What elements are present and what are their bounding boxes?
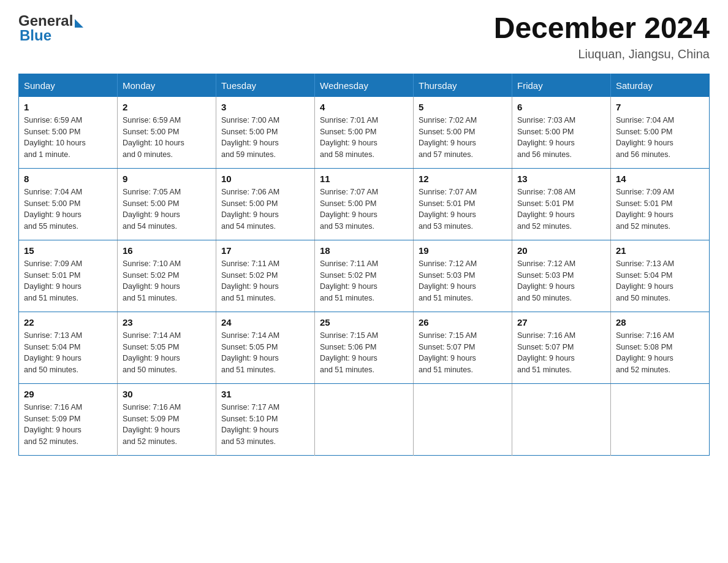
day-number: 1 bbox=[24, 102, 112, 112]
day-number: 11 bbox=[320, 174, 408, 184]
calendar-header-row: SundayMondayTuesdayWednesdayThursdayFrid… bbox=[19, 74, 710, 97]
day-number: 26 bbox=[419, 317, 507, 327]
day-number: 12 bbox=[419, 174, 507, 184]
calendar-cell: 28Sunrise: 7:16 AMSunset: 5:08 PMDayligh… bbox=[611, 312, 710, 383]
logo-triangle-icon bbox=[75, 19, 83, 28]
day-info: Sunrise: 7:13 AMSunset: 5:04 PMDaylight:… bbox=[616, 258, 704, 304]
calendar-day-header: Thursday bbox=[414, 74, 512, 97]
calendar-cell: 15Sunrise: 7:09 AMSunset: 5:01 PMDayligh… bbox=[19, 240, 118, 312]
calendar-cell: 16Sunrise: 7:10 AMSunset: 5:02 PMDayligh… bbox=[118, 240, 216, 312]
calendar-day-header: Monday bbox=[118, 74, 216, 97]
calendar-week-row: 15Sunrise: 7:09 AMSunset: 5:01 PMDayligh… bbox=[19, 240, 710, 312]
calendar-cell: 12Sunrise: 7:07 AMSunset: 5:01 PMDayligh… bbox=[414, 168, 512, 240]
day-number: 14 bbox=[616, 174, 704, 184]
calendar-cell bbox=[512, 383, 611, 455]
day-info: Sunrise: 7:03 AMSunset: 5:00 PMDaylight:… bbox=[517, 115, 605, 161]
day-info: Sunrise: 7:04 AMSunset: 5:00 PMDaylight:… bbox=[616, 115, 704, 161]
page-header: General Blue December 2024 Liuquan, Jian… bbox=[18, 12, 710, 61]
calendar-cell: 31Sunrise: 7:17 AMSunset: 5:10 PMDayligh… bbox=[216, 383, 315, 455]
day-number: 10 bbox=[221, 174, 309, 184]
calendar-cell: 19Sunrise: 7:12 AMSunset: 5:03 PMDayligh… bbox=[414, 240, 512, 312]
day-info: Sunrise: 7:01 AMSunset: 5:00 PMDaylight:… bbox=[320, 115, 408, 161]
day-info: Sunrise: 7:11 AMSunset: 5:02 PMDaylight:… bbox=[320, 258, 408, 304]
day-number: 23 bbox=[123, 317, 211, 327]
calendar-cell: 29Sunrise: 7:16 AMSunset: 5:09 PMDayligh… bbox=[19, 383, 118, 455]
day-info: Sunrise: 7:12 AMSunset: 5:03 PMDaylight:… bbox=[419, 258, 507, 304]
day-number: 18 bbox=[320, 245, 408, 256]
calendar-day-header: Tuesday bbox=[216, 74, 315, 97]
calendar-cell: 24Sunrise: 7:14 AMSunset: 5:05 PMDayligh… bbox=[216, 312, 315, 383]
calendar-cell: 10Sunrise: 7:06 AMSunset: 5:00 PMDayligh… bbox=[216, 168, 315, 240]
calendar-cell: 25Sunrise: 7:15 AMSunset: 5:06 PMDayligh… bbox=[315, 312, 414, 383]
calendar-day-header: Sunday bbox=[19, 74, 118, 97]
calendar-day-header: Friday bbox=[512, 74, 611, 97]
calendar-cell: 6Sunrise: 7:03 AMSunset: 5:00 PMDaylight… bbox=[512, 97, 611, 169]
day-info: Sunrise: 7:16 AMSunset: 5:09 PMDaylight:… bbox=[123, 402, 211, 448]
day-number: 16 bbox=[123, 245, 211, 256]
calendar-cell: 22Sunrise: 7:13 AMSunset: 5:04 PMDayligh… bbox=[19, 312, 118, 383]
calendar-cell: 27Sunrise: 7:16 AMSunset: 5:07 PMDayligh… bbox=[512, 312, 611, 383]
day-info: Sunrise: 7:04 AMSunset: 5:00 PMDaylight:… bbox=[24, 186, 112, 232]
day-number: 4 bbox=[320, 102, 408, 112]
day-number: 13 bbox=[517, 174, 605, 184]
calendar-cell: 17Sunrise: 7:11 AMSunset: 5:02 PMDayligh… bbox=[216, 240, 315, 312]
logo-blue-text: Blue bbox=[18, 27, 51, 44]
day-info: Sunrise: 7:00 AMSunset: 5:00 PMDaylight:… bbox=[221, 115, 309, 161]
calendar-cell: 1Sunrise: 6:59 AMSunset: 5:00 PMDaylight… bbox=[19, 97, 118, 169]
day-info: Sunrise: 7:10 AMSunset: 5:02 PMDaylight:… bbox=[123, 258, 211, 304]
day-number: 9 bbox=[123, 174, 211, 184]
day-info: Sunrise: 7:09 AMSunset: 5:01 PMDaylight:… bbox=[24, 258, 112, 304]
day-info: Sunrise: 7:13 AMSunset: 5:04 PMDaylight:… bbox=[24, 330, 112, 376]
day-info: Sunrise: 7:14 AMSunset: 5:05 PMDaylight:… bbox=[221, 330, 309, 376]
day-info: Sunrise: 7:06 AMSunset: 5:00 PMDaylight:… bbox=[221, 186, 309, 232]
day-number: 30 bbox=[123, 389, 211, 399]
calendar-cell: 21Sunrise: 7:13 AMSunset: 5:04 PMDayligh… bbox=[611, 240, 710, 312]
day-number: 28 bbox=[616, 317, 704, 327]
day-number: 29 bbox=[24, 389, 112, 399]
calendar-week-row: 8Sunrise: 7:04 AMSunset: 5:00 PMDaylight… bbox=[19, 168, 710, 240]
day-info: Sunrise: 7:08 AMSunset: 5:01 PMDaylight:… bbox=[517, 186, 605, 232]
calendar-cell bbox=[611, 383, 710, 455]
calendar-cell: 9Sunrise: 7:05 AMSunset: 5:00 PMDaylight… bbox=[118, 168, 216, 240]
day-number: 6 bbox=[517, 102, 605, 112]
day-info: Sunrise: 7:02 AMSunset: 5:00 PMDaylight:… bbox=[419, 115, 507, 161]
day-number: 20 bbox=[517, 245, 605, 256]
calendar-cell: 30Sunrise: 7:16 AMSunset: 5:09 PMDayligh… bbox=[118, 383, 216, 455]
day-number: 19 bbox=[419, 245, 507, 256]
calendar-cell: 2Sunrise: 6:59 AMSunset: 5:00 PMDaylight… bbox=[118, 97, 216, 169]
day-info: Sunrise: 7:11 AMSunset: 5:02 PMDaylight:… bbox=[221, 258, 309, 304]
day-number: 25 bbox=[320, 317, 408, 327]
day-info: Sunrise: 7:09 AMSunset: 5:01 PMDaylight:… bbox=[616, 186, 704, 232]
calendar-cell: 3Sunrise: 7:00 AMSunset: 5:00 PMDaylight… bbox=[216, 97, 315, 169]
day-number: 5 bbox=[419, 102, 507, 112]
title-section: December 2024 Liuquan, Jiangsu, China bbox=[494, 12, 710, 61]
day-number: 21 bbox=[616, 245, 704, 256]
calendar-week-row: 29Sunrise: 7:16 AMSunset: 5:09 PMDayligh… bbox=[19, 383, 710, 455]
calendar-cell: 11Sunrise: 7:07 AMSunset: 5:00 PMDayligh… bbox=[315, 168, 414, 240]
calendar-cell: 13Sunrise: 7:08 AMSunset: 5:01 PMDayligh… bbox=[512, 168, 611, 240]
location-subtitle: Liuquan, Jiangsu, China bbox=[494, 47, 710, 61]
month-title: December 2024 bbox=[494, 12, 710, 45]
calendar-cell bbox=[315, 383, 414, 455]
calendar-cell bbox=[414, 383, 512, 455]
day-info: Sunrise: 7:07 AMSunset: 5:01 PMDaylight:… bbox=[419, 186, 507, 232]
day-number: 24 bbox=[221, 317, 309, 327]
day-info: Sunrise: 7:05 AMSunset: 5:00 PMDaylight:… bbox=[123, 186, 211, 232]
day-info: Sunrise: 7:16 AMSunset: 5:09 PMDaylight:… bbox=[24, 402, 112, 448]
day-info: Sunrise: 7:16 AMSunset: 5:07 PMDaylight:… bbox=[517, 330, 605, 376]
calendar-week-row: 1Sunrise: 6:59 AMSunset: 5:00 PMDaylight… bbox=[19, 97, 710, 169]
day-number: 17 bbox=[221, 245, 309, 256]
calendar-cell: 5Sunrise: 7:02 AMSunset: 5:00 PMDaylight… bbox=[414, 97, 512, 169]
day-number: 3 bbox=[221, 102, 309, 112]
calendar-cell: 4Sunrise: 7:01 AMSunset: 5:00 PMDaylight… bbox=[315, 97, 414, 169]
day-number: 31 bbox=[221, 389, 309, 399]
calendar-cell: 7Sunrise: 7:04 AMSunset: 5:00 PMDaylight… bbox=[611, 97, 710, 169]
day-info: Sunrise: 7:07 AMSunset: 5:00 PMDaylight:… bbox=[320, 186, 408, 232]
day-info: Sunrise: 6:59 AMSunset: 5:00 PMDaylight:… bbox=[123, 115, 211, 161]
calendar-cell: 20Sunrise: 7:12 AMSunset: 5:03 PMDayligh… bbox=[512, 240, 611, 312]
day-info: Sunrise: 7:16 AMSunset: 5:08 PMDaylight:… bbox=[616, 330, 704, 376]
calendar-table: SundayMondayTuesdayWednesdayThursdayFrid… bbox=[18, 74, 710, 456]
calendar-cell: 26Sunrise: 7:15 AMSunset: 5:07 PMDayligh… bbox=[414, 312, 512, 383]
day-number: 7 bbox=[616, 102, 704, 112]
day-number: 8 bbox=[24, 174, 112, 184]
